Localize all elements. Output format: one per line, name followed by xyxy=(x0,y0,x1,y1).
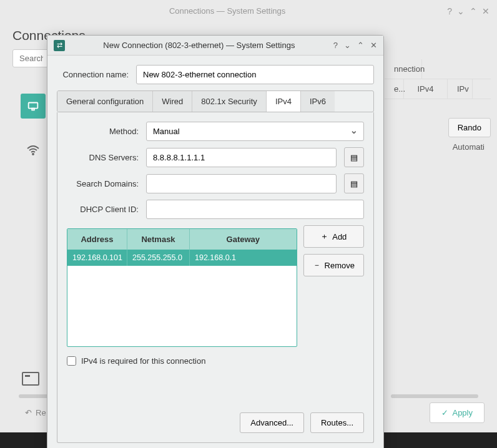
bg-tab-ipv6[interactable]: IPv xyxy=(448,79,473,99)
ipv4-required-checkbox[interactable] xyxy=(67,356,76,366)
dialog-titlebar-controls: ? ⌄ ⌃ ✕ xyxy=(333,41,377,50)
dialog-body: Connection name: General configuration W… xyxy=(47,56,383,448)
edit-list-icon: ▤ xyxy=(350,153,358,162)
table-row[interactable]: 192.168.0.101 255.255.255.0 192.168.0.1 xyxy=(67,250,297,266)
tab-general[interactable]: General configuration xyxy=(57,91,153,112)
method-label: Method: xyxy=(67,127,139,136)
help-icon[interactable]: ? xyxy=(447,6,452,16)
automatic-label: Automati xyxy=(385,137,491,157)
method-select[interactable]: Manual xyxy=(146,122,364,141)
dialog-app-icon: ⇄ xyxy=(54,40,65,51)
tab-ipv4[interactable]: IPv4 xyxy=(267,91,301,112)
main-window-title: Connections — System Settings xyxy=(7,6,447,16)
cell-gateway[interactable]: 192.168.0.1 xyxy=(190,250,297,266)
dns-edit-button[interactable]: ▤ xyxy=(344,147,364,167)
export-icon[interactable] xyxy=(22,372,39,386)
svg-rect-1 xyxy=(32,109,34,110)
search-input[interactable] xyxy=(12,49,50,67)
dialog-titlebar: ⇄ New Connection (802-3-ethernet) — Syst… xyxy=(47,36,383,56)
scrollbar-left[interactable] xyxy=(19,394,50,398)
ethernet-icon[interactable] xyxy=(21,94,46,119)
check-icon: ✓ xyxy=(441,408,448,417)
dialog-minimize-icon[interactable]: ⌄ xyxy=(344,41,351,50)
header-netmask[interactable]: Netmask xyxy=(127,229,190,250)
bg-tab-wired[interactable]: e... xyxy=(385,79,404,99)
dialog-tabs: General configuration Wired 802.1x Secur… xyxy=(57,90,374,112)
search-domains-input[interactable] xyxy=(146,174,337,193)
wifi-icon[interactable] xyxy=(21,137,46,162)
dhcp-client-id-label: DHCP Client ID: xyxy=(67,205,139,214)
svg-point-2 xyxy=(32,153,34,155)
background-right-panel: nnection e... IPv4 IPv Rando Automati xyxy=(385,59,491,157)
tab-security[interactable]: 802.1x Security xyxy=(192,91,267,112)
search-domains-edit-button[interactable]: ▤ xyxy=(344,173,364,193)
randomize-button[interactable]: Rando xyxy=(448,118,491,137)
new-connection-dialog: ⇄ New Connection (802-3-ethernet) — Syst… xyxy=(47,35,384,448)
undo-icon: ↶ xyxy=(25,408,32,417)
bg-tab-connection[interactable]: nnection xyxy=(385,59,422,79)
ipv4-tab-content: Method: Manual DNS Servers: ▤ Search Dom… xyxy=(57,112,374,443)
bg-bottom-icon-area xyxy=(22,372,39,386)
tab-wired[interactable]: Wired xyxy=(153,91,192,112)
advanced-button[interactable]: Advanced... xyxy=(240,412,304,433)
apply-button[interactable]: ✓ Apply xyxy=(430,402,485,423)
dialog-close-icon[interactable]: ✕ xyxy=(370,41,377,50)
dns-servers-label: DNS Servers: xyxy=(67,153,139,162)
main-titlebar-controls: ? ⌄ ⌃ ✕ xyxy=(447,6,490,16)
minimize-icon[interactable]: ⌄ xyxy=(457,6,465,16)
svg-rect-0 xyxy=(28,103,37,109)
edit-list-icon: ▤ xyxy=(350,179,358,188)
tab-footer: Advanced... Routes... xyxy=(67,412,364,433)
scrollbar-right[interactable] xyxy=(391,394,478,398)
add-button[interactable]: ＋ Add xyxy=(303,225,364,248)
ip-address-table: Address Netmask Gateway 192.168.0.101 25… xyxy=(67,228,297,347)
dialog-maximize-icon[interactable]: ⌃ xyxy=(357,41,364,50)
ipv4-required-label[interactable]: IPv4 is required for this connection xyxy=(81,356,205,366)
dns-servers-input[interactable] xyxy=(146,148,337,167)
main-titlebar: Connections — System Settings ? ⌄ ⌃ ✕ xyxy=(0,0,497,22)
dhcp-client-id-input[interactable] xyxy=(146,200,364,219)
table-action-buttons: ＋ Add － Remove xyxy=(303,225,364,276)
connection-name-label: Connection name: xyxy=(57,70,129,79)
connection-name-input[interactable] xyxy=(136,65,374,84)
cell-netmask[interactable]: 255.255.255.0 xyxy=(127,250,190,266)
plus-icon: ＋ xyxy=(320,231,328,242)
header-gateway[interactable]: Gateway xyxy=(190,229,297,250)
close-icon[interactable]: ✕ xyxy=(482,6,490,16)
routes-button[interactable]: Routes... xyxy=(310,412,364,433)
cell-address[interactable]: 192.168.0.101 xyxy=(67,250,127,266)
remove-button[interactable]: － Remove xyxy=(303,254,364,276)
dialog-help-icon[interactable]: ? xyxy=(333,41,338,50)
dialog-title: New Connection (802-3-ethernet) — System… xyxy=(65,41,333,50)
table-header: Address Netmask Gateway xyxy=(67,229,297,250)
maximize-icon[interactable]: ⌃ xyxy=(470,6,477,16)
search-domains-label: Search Domains: xyxy=(67,179,139,188)
minus-icon: － xyxy=(313,260,321,271)
tab-ipv6[interactable]: IPv6 xyxy=(301,91,335,112)
ipv4-required-row: IPv4 is required for this connection xyxy=(67,356,364,366)
bg-tab-ipv4[interactable]: IPv4 xyxy=(404,79,448,99)
connection-type-sidebar xyxy=(16,75,50,162)
header-address[interactable]: Address xyxy=(67,229,127,250)
